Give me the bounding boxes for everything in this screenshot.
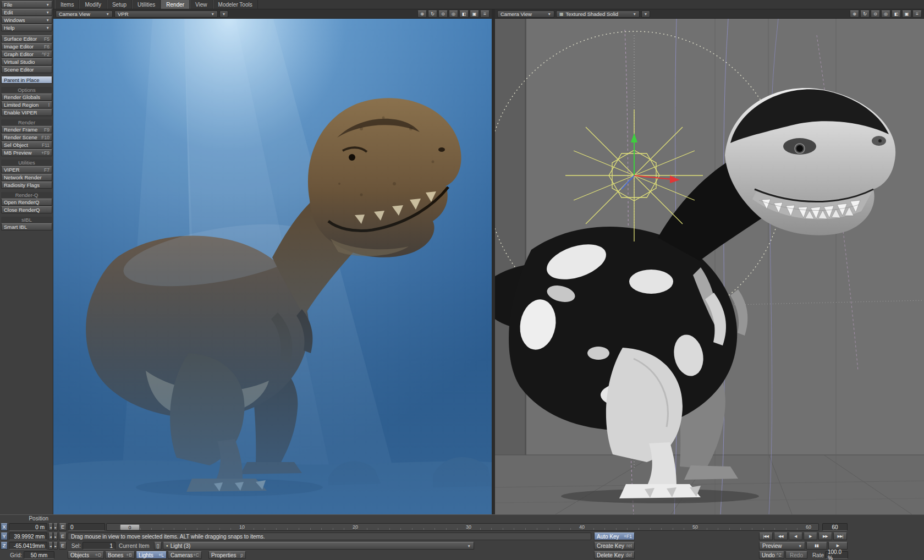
help-menu-button[interactable]: Help ▼: [1, 24, 52, 31]
pan-icon[interactable]: ⊕: [850, 10, 859, 18]
tab-render[interactable]: Render: [161, 0, 190, 9]
y-axis-button[interactable]: Y: [1, 532, 8, 540]
tab-items[interactable]: Items: [55, 0, 79, 9]
sidebar-item-mb-preview[interactable]: MB Preview +F9: [1, 149, 52, 156]
left-view-type-dropdown[interactable]: Camera View ▼: [56, 10, 113, 18]
timeline-track[interactable]: 0 10 20 30 40 50 60: [106, 523, 819, 531]
x-envelope-button[interactable]: E: [59, 523, 67, 531]
camera-icon[interactable]: ▣: [902, 10, 911, 18]
next-frame-button[interactable]: ▶: [804, 532, 817, 540]
prev-keyframe-button[interactable]: ◀◀: [774, 532, 788, 540]
tab-view[interactable]: View: [190, 0, 213, 9]
sidebar-item-render-scene[interactable]: Render Scene F10: [1, 134, 52, 141]
edit-mode-objects-button[interactable]: Objects +O: [68, 551, 104, 559]
z-envelope-button[interactable]: E: [59, 542, 67, 550]
sidebar-item-render-globals[interactable]: Render Globals: [1, 94, 52, 101]
viewport-menu-icon[interactable]: ≡: [912, 10, 922, 18]
current-frame-field[interactable]: 0: [68, 523, 105, 531]
sidebar-item-enable-viper[interactable]: Enable VIPER: [1, 109, 52, 116]
zoom-icon[interactable]: ◎: [881, 10, 890, 18]
windows-menu-button[interactable]: Windows ▼: [1, 17, 52, 24]
z-axis-button[interactable]: Z: [1, 542, 8, 550]
right-render-mode-dropdown[interactable]: ▦ Textured Shaded Solid ▼: [556, 10, 640, 18]
camera-icon[interactable]: ▣: [470, 10, 479, 18]
rotate-icon[interactable]: ↻: [428, 10, 437, 18]
pause-button[interactable]: ▮▮: [806, 542, 827, 550]
x-step-down-button[interactable]: ◂: [48, 523, 53, 531]
sidebar-item-scene-editor[interactable]: Scene Editor: [1, 66, 52, 73]
tab-modeler-tools[interactable]: Modeler Tools: [213, 0, 258, 9]
next-keyframe-button[interactable]: ▶▶: [818, 532, 832, 540]
sidebar-item-open-renderq[interactable]: Open RenderQ: [1, 199, 52, 206]
y-step-up-button[interactable]: ▸: [53, 532, 58, 540]
left-render-mode-dropdown[interactable]: VPR ▼: [114, 10, 218, 18]
tab-setup[interactable]: Setup: [107, 0, 132, 9]
preview-dropdown[interactable]: Preview ▼: [759, 542, 805, 550]
x-step-up-button[interactable]: ▸: [53, 523, 58, 531]
file-menu-button[interactable]: File ▼: [1, 1, 52, 8]
sidebar-item-limited-region[interactable]: Limited Region l: [1, 101, 52, 108]
viewport-menu-icon[interactable]: ≡: [480, 10, 490, 18]
sidebar: File ▼ Edit ▼ Windows ▼ Help ▼ Surface E…: [0, 0, 53, 514]
y-stepper: ◂ ▸: [48, 532, 58, 540]
z-step-down-button[interactable]: ◂: [48, 542, 53, 550]
left-viewport-options-dropdown[interactable]: ▼: [219, 10, 228, 18]
right-viewport-options-dropdown[interactable]: ▼: [641, 10, 650, 18]
undo-button[interactable]: Undo ^Z: [759, 551, 784, 559]
chevron-down-icon: ▼: [468, 544, 471, 548]
redo-button[interactable]: Redo: [785, 551, 807, 559]
sidebar-item-label: Limited Region: [4, 102, 38, 108]
sidebar-item-render-frame[interactable]: Render Frame F9: [1, 126, 52, 133]
prev-frame-button[interactable]: ◀: [789, 532, 802, 540]
tab-modify[interactable]: Modify: [79, 0, 106, 9]
edit-menu-button[interactable]: Edit ▼: [1, 9, 52, 16]
z-step-up-button[interactable]: ▸: [53, 542, 58, 550]
go-first-frame-button[interactable]: |◀◀: [759, 532, 773, 540]
properties-button[interactable]: Properties p: [208, 551, 246, 559]
sidebar-item-close-renderq[interactable]: Close RenderQ: [1, 206, 52, 213]
sidebar-item-parent-in-place[interactable]: Parent in Place: [1, 76, 52, 84]
dolly-icon[interactable]: ⊙: [871, 10, 880, 18]
sidebar-item-smart-ibl[interactable]: Smart IBL: [1, 223, 52, 230]
edit-mode-bones-button[interactable]: Bones +B: [105, 551, 135, 559]
current-item-dropdown[interactable]: ● Light (3) ▼: [163, 542, 474, 550]
sidebar-item-viper[interactable]: VIPER F7: [1, 166, 52, 173]
pan-icon[interactable]: ⊕: [417, 10, 427, 18]
left-viewport-canvas[interactable]: [53, 19, 492, 514]
edit-mode-cameras-button[interactable]: Cameras +C: [168, 551, 202, 559]
split-view-icon[interactable]: ◧: [892, 10, 901, 18]
item-list-icon[interactable]: ▯: [154, 542, 162, 550]
delete-key-button[interactable]: Delete Key del: [594, 551, 635, 559]
y-envelope-button[interactable]: E: [59, 532, 67, 540]
y-position-field[interactable]: 39.9992 mm: [9, 532, 47, 540]
selection-count-field[interactable]: 1: [82, 542, 116, 550]
go-last-frame-button[interactable]: ▶▶|: [833, 532, 847, 540]
tab-utilities[interactable]: Utilities: [132, 0, 161, 9]
sidebar-item-sel-object[interactable]: Sel Object F11: [1, 141, 52, 149]
sidebar-item-network-render[interactable]: Network Render: [1, 174, 52, 181]
y-step-down-button[interactable]: ◂: [48, 532, 53, 540]
x-axis-button[interactable]: X: [1, 523, 8, 531]
dolly-icon[interactable]: ⊙: [438, 10, 448, 18]
sidebar-item-surface-editor[interactable]: Surface Editor F5: [1, 35, 52, 42]
sidebar-item-virtual-studio[interactable]: Virtual Studio: [1, 58, 52, 65]
chevron-down-icon: ▼: [46, 3, 50, 7]
edit-mode-lights-button[interactable]: Lights +L: [136, 551, 167, 559]
z-position-field[interactable]: -65.0419mm: [9, 542, 47, 550]
play-button[interactable]: ▶: [828, 542, 848, 550]
split-view-icon[interactable]: ◧: [459, 10, 469, 18]
right-viewport-canvas[interactable]: [495, 19, 924, 514]
sidebar-item-radiosity-flags[interactable]: Radiosity Flags: [1, 182, 52, 189]
create-key-button[interactable]: Create Key ret: [594, 542, 635, 550]
timeline-handle[interactable]: 0: [120, 524, 140, 530]
grid-size-field[interactable]: 50 mm: [24, 551, 54, 559]
rotate-icon[interactable]: ↻: [860, 10, 870, 18]
sidebar-item-image-editor[interactable]: Image Editor F6: [1, 43, 52, 50]
rate-field[interactable]: 100.0 %: [825, 551, 848, 559]
sidebar-item-graph-editor[interactable]: Graph Editor ^F2: [1, 51, 52, 58]
right-view-type-dropdown[interactable]: Camera View ▼: [497, 10, 554, 18]
x-position-field[interactable]: 0 m: [9, 523, 47, 531]
auto-key-button[interactable]: Auto Key +F1: [594, 532, 635, 540]
zoom-icon[interactable]: ◎: [449, 10, 458, 18]
end-frame-field[interactable]: 60: [822, 523, 848, 531]
